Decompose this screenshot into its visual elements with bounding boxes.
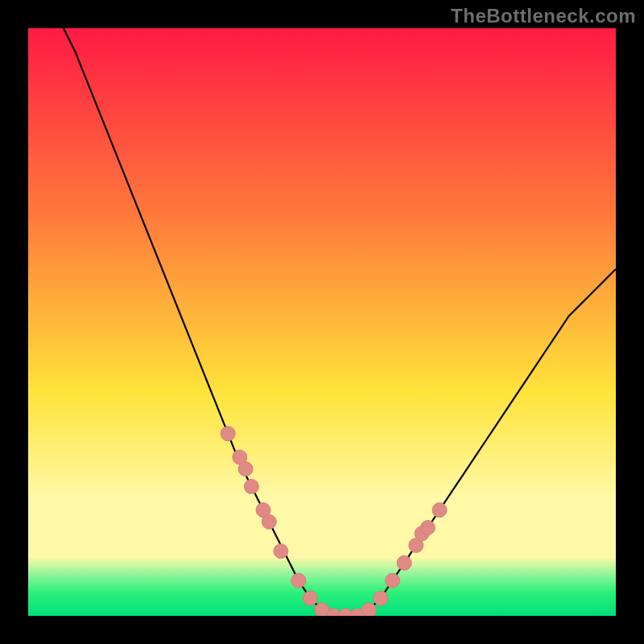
plot-area bbox=[28, 28, 616, 616]
gradient-bg bbox=[28, 28, 616, 616]
data-marker bbox=[374, 591, 388, 605]
data-marker bbox=[221, 427, 235, 441]
data-marker bbox=[303, 591, 317, 605]
data-marker bbox=[244, 479, 258, 493]
data-marker bbox=[262, 514, 276, 529]
data-marker bbox=[274, 544, 288, 559]
data-marker bbox=[238, 462, 253, 477]
data-marker bbox=[420, 521, 435, 535]
data-marker bbox=[291, 573, 306, 588]
data-marker bbox=[397, 555, 411, 570]
data-marker bbox=[386, 573, 400, 588]
plot-svg bbox=[28, 28, 616, 616]
watermark-text: TheBottleneck.com bbox=[451, 5, 636, 27]
data-marker bbox=[361, 603, 376, 616]
data-marker bbox=[432, 503, 447, 518]
chart-stage: TheBottleneck.com bbox=[0, 0, 644, 644]
